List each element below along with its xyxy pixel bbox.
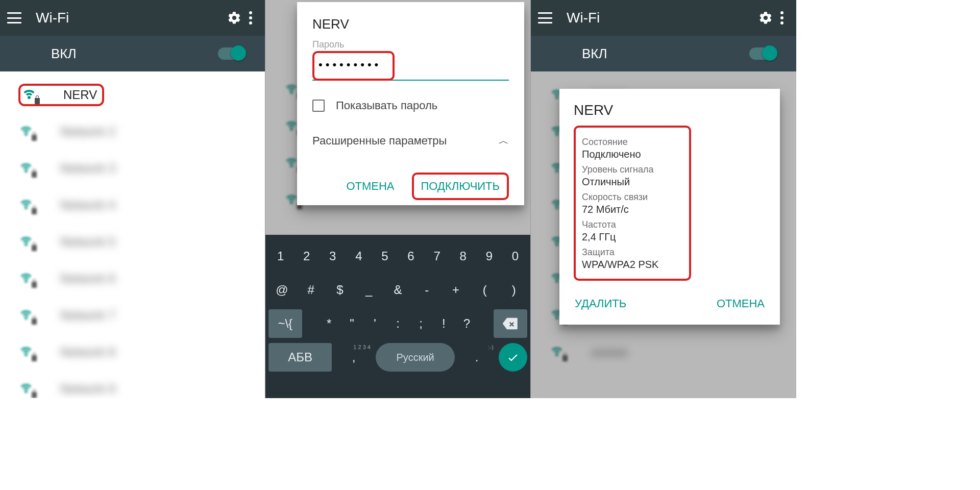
keyboard-key[interactable]: $ xyxy=(327,276,354,304)
checkbox-icon xyxy=(312,100,325,112)
cancel-button[interactable]: ОТМЕНА xyxy=(339,175,401,198)
keyboard-key[interactable]: 8 xyxy=(451,242,475,271)
wifi-network-name: Network 3 xyxy=(60,161,115,176)
wifi-network-name: Network 7 xyxy=(60,308,115,323)
wifi-network-row[interactable]: Network 2 xyxy=(0,113,265,150)
keyboard-key[interactable]: : xyxy=(387,309,408,338)
wifi-network-row[interactable]: Network 5 xyxy=(0,224,265,260)
wifi-network-name: Network 4 xyxy=(60,198,115,212)
wifi-network-row[interactable]: Network 4 xyxy=(0,187,265,224)
keyboard-key[interactable]: 7 xyxy=(425,242,449,271)
panel-wifi-details-dialog: Wi-Fi ВКЛ xxxxxx xxxxxx xxxxxx xxxxxx xx… xyxy=(531,0,796,398)
wifi-network-name: Network 8 xyxy=(60,345,115,359)
wifi-toggle-switch[interactable] xyxy=(218,47,244,60)
connect-button[interactable]: ПОДКЛЮЧИТЬ xyxy=(412,173,509,200)
detail-value: WPA/WPA2 PSK xyxy=(582,259,684,271)
keyboard-mode-key[interactable]: АБВ xyxy=(268,343,332,372)
keyboard-key[interactable]: ( xyxy=(471,276,498,304)
show-password-checkbox[interactable]: Показывать пароль xyxy=(312,99,509,112)
keyboard-key[interactable]: 4 xyxy=(347,242,371,271)
advanced-options-label: Расширенные параметры xyxy=(312,134,447,148)
keyboard-key[interactable]: + xyxy=(443,276,470,304)
wifi-network-row[interactable]: Network 7 xyxy=(0,297,265,334)
keyboard-period-key[interactable]: .:-) xyxy=(457,343,497,372)
detail-label: Скорость связи xyxy=(582,192,684,203)
detail-label: Защита xyxy=(582,247,684,258)
keyboard-key[interactable]: _ xyxy=(355,276,382,304)
detail-value: 2,4 ГГц xyxy=(582,231,684,243)
dialog-network-name: NERV xyxy=(312,16,509,32)
keyboard-key[interactable]: 0 xyxy=(503,242,527,271)
connect-dialog: NERV Пароль ••••••••• Показывать пароль … xyxy=(297,2,524,205)
keyboard-key[interactable]: & xyxy=(384,276,411,304)
page-title: Wi-Fi xyxy=(36,10,225,26)
wifi-signal-icon xyxy=(18,234,35,250)
wifi-signal-icon xyxy=(18,160,35,177)
overflow-menu-icon[interactable] xyxy=(243,11,258,24)
network-details-dialog: NERV СостояниеПодключеноУровень сигналаО… xyxy=(559,89,780,325)
detail-value: Подключено xyxy=(582,149,684,160)
wifi-network-row[interactable]: Network 6 xyxy=(0,260,265,297)
password-field[interactable]: ••••••••• xyxy=(316,55,385,77)
panel-wifi-connect-dialog: NERV Пароль ••••••••• Показывать пароль … xyxy=(265,0,531,398)
keyboard-comma-key[interactable]: ,1 2 3 4 xyxy=(334,343,374,372)
wifi-network-row[interactable]: Network 3 xyxy=(0,150,265,187)
keyboard-enter-key[interactable] xyxy=(499,343,527,372)
keyboard-key[interactable]: * xyxy=(318,309,339,338)
keyboard-key[interactable]: " xyxy=(341,309,362,338)
cancel-button[interactable]: ОТМЕНА xyxy=(716,291,766,316)
keyboard-key[interactable]: ! xyxy=(433,309,454,338)
wifi-toggle-label: ВКЛ xyxy=(51,46,77,62)
keyboard-language-key[interactable]: Русский xyxy=(376,343,455,372)
wifi-signal-icon xyxy=(18,344,35,360)
panel-wifi-list: Wi-Fi ВКЛ NERV Network 2 Network 3 xyxy=(0,0,265,398)
network-details-block: СостояниеПодключеноУровень сигналаОтличн… xyxy=(574,126,691,281)
wifi-network-name: Network 6 xyxy=(60,272,115,286)
detail-label: Состояние xyxy=(582,137,684,148)
keyboard-key[interactable]: - xyxy=(413,276,440,304)
keyboard-key[interactable]: ; xyxy=(410,309,431,338)
wifi-signal-icon xyxy=(21,87,38,103)
keyboard-key[interactable]: ) xyxy=(500,276,527,304)
detail-value: 72 Мбит/с xyxy=(582,204,684,215)
forget-button[interactable]: УДАЛИТЬ xyxy=(574,291,627,316)
chevron-up-icon: ︿ xyxy=(499,134,509,148)
wifi-toggle-row: ВКЛ xyxy=(0,36,265,71)
dialog-network-name: NERV xyxy=(574,102,766,118)
wifi-network-row[interactable]: NERV xyxy=(0,77,265,113)
wifi-network-name: Network 9 xyxy=(60,382,115,396)
keyboard-key[interactable]: 9 xyxy=(477,242,501,271)
keyboard-key[interactable]: # xyxy=(298,276,325,304)
advanced-options-row[interactable]: Расширенные параметры ︿ xyxy=(312,131,509,159)
wifi-network-name: Network 2 xyxy=(60,125,115,139)
keyboard-key[interactable]: ? xyxy=(456,309,477,338)
wifi-network-name: NERV xyxy=(63,88,97,102)
detail-label: Частота xyxy=(582,219,684,230)
detail-value: Отличный xyxy=(582,176,684,188)
onscreen-keyboard: 1234567890 @#$_&-+() ~\{ *"':;!? АБВ ,1 … xyxy=(265,235,530,398)
keyboard-key[interactable]: @ xyxy=(268,276,296,304)
settings-gear-icon[interactable] xyxy=(225,9,243,27)
wifi-signal-icon xyxy=(18,124,35,140)
keyboard-backspace-key[interactable] xyxy=(494,309,527,338)
keyboard-key[interactable]: ' xyxy=(364,309,385,338)
keyboard-key[interactable]: 5 xyxy=(373,242,397,271)
detail-label: Уровень сигнала xyxy=(582,164,684,175)
password-label: Пароль xyxy=(312,39,509,50)
wifi-signal-icon xyxy=(18,381,35,397)
wifi-network-row[interactable]: Network 8 xyxy=(0,334,265,371)
hamburger-menu-icon[interactable] xyxy=(7,12,21,23)
wifi-network-list: NERV Network 2 Network 3 Network 4 Netwo… xyxy=(0,71,265,398)
wifi-signal-icon xyxy=(18,197,35,213)
keyboard-key[interactable]: 1 xyxy=(268,242,292,271)
app-header: Wi-Fi xyxy=(0,0,265,36)
keyboard-symbols-key[interactable]: ~\{ xyxy=(268,309,302,338)
keyboard-key[interactable]: 2 xyxy=(295,242,318,271)
wifi-network-name: Network 5 xyxy=(60,235,115,249)
keyboard-key[interactable]: 3 xyxy=(321,242,345,271)
wifi-signal-icon xyxy=(18,307,35,324)
show-password-label: Показывать пароль xyxy=(336,99,437,112)
wifi-network-row[interactable]: Network 9 xyxy=(0,371,265,398)
wifi-signal-icon xyxy=(18,271,35,287)
keyboard-key[interactable]: 6 xyxy=(399,242,423,271)
